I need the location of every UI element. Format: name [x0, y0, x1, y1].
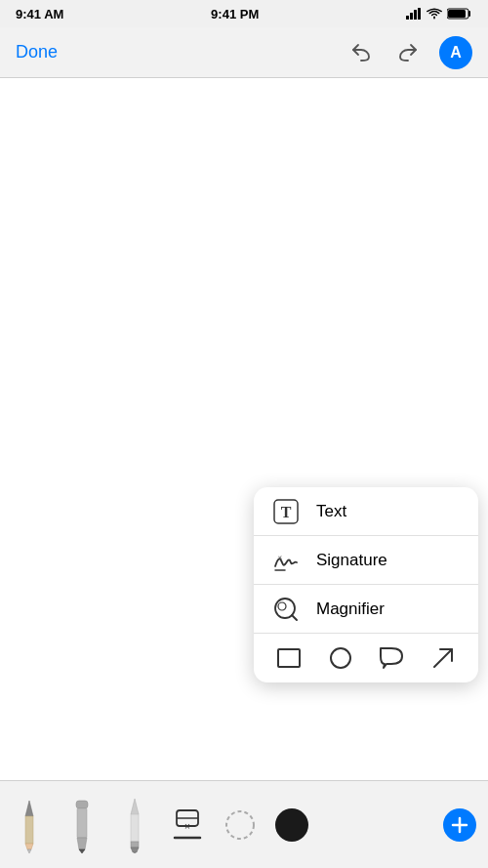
svg-rect-18	[76, 801, 88, 808]
svg-rect-11	[278, 649, 300, 667]
svg-marker-20	[77, 838, 87, 849]
speech-bubble-shape-button[interactable]	[377, 643, 406, 673]
wifi-icon	[427, 8, 442, 20]
svg-rect-2	[414, 10, 417, 20]
popup-item-signature[interactable]: × Signature	[254, 536, 478, 585]
status-time-left: 9:41 AM	[16, 7, 63, 21]
text-label: Text	[316, 502, 346, 521]
color-picker[interactable]	[275, 808, 308, 842]
magnifier-icon	[271, 595, 301, 624]
status-indicators	[406, 8, 472, 20]
done-button[interactable]: Done	[16, 38, 58, 66]
canvas-area[interactable]: T Text × Signature	[0, 78, 488, 780]
svg-line-13	[434, 649, 452, 667]
svg-rect-23	[131, 814, 139, 842]
arrow-shape-button[interactable]	[428, 643, 458, 673]
lasso-tool[interactable]	[223, 796, 258, 854]
svg-marker-14	[25, 801, 33, 818]
svg-point-12	[331, 648, 350, 668]
signal-icon	[406, 8, 422, 20]
svg-rect-0	[406, 16, 409, 20]
add-button[interactable]	[443, 808, 476, 842]
status-bar: 9:41 AM 9:41 PM	[0, 0, 488, 27]
popup-item-magnifier[interactable]: Magnifier	[254, 585, 478, 634]
battery-icon	[447, 8, 472, 20]
svg-marker-22	[131, 799, 139, 816]
redo-button[interactable]	[392, 37, 424, 68]
pen-tool[interactable]	[117, 796, 152, 854]
svg-rect-19	[77, 808, 87, 838]
bottom-toolbar: ×	[0, 780, 488, 868]
svg-point-31	[226, 811, 254, 839]
svg-rect-5	[448, 10, 466, 18]
svg-marker-25	[131, 847, 139, 852]
svg-marker-16	[25, 844, 33, 849]
signature-icon: ×	[271, 546, 301, 575]
circle-shape-button[interactable]	[326, 643, 355, 673]
popup-item-text[interactable]: T Text	[254, 487, 478, 536]
svg-text:×: ×	[277, 552, 284, 562]
toolbar-right-actions: A	[346, 36, 472, 69]
popup-menu: T Text × Signature	[254, 487, 478, 682]
svg-text:T: T	[281, 504, 292, 520]
svg-marker-21	[79, 849, 85, 853]
text-icon: T	[271, 497, 301, 526]
svg-marker-17	[27, 849, 31, 853]
svg-rect-24	[131, 842, 139, 847]
signature-label: Signature	[316, 551, 387, 570]
avatar[interactable]: A	[439, 36, 472, 69]
top-toolbar: Done A	[0, 27, 488, 78]
marker-tool[interactable]	[64, 796, 100, 854]
magnifier-label: Magnifier	[316, 599, 385, 619]
popup-shapes-row	[254, 634, 478, 682]
rectangle-shape-button[interactable]	[274, 643, 304, 673]
eraser-tool[interactable]: ×	[170, 796, 205, 854]
svg-text:×: ×	[184, 821, 190, 832]
svg-rect-3	[418, 8, 421, 20]
status-time-center: 9:41 PM	[211, 7, 259, 21]
tool-items: ×	[12, 796, 308, 854]
svg-rect-1	[410, 13, 413, 20]
svg-point-10	[278, 602, 286, 610]
svg-rect-15	[25, 816, 33, 844]
pencil-tool[interactable]	[12, 796, 47, 854]
undo-button[interactable]	[346, 37, 377, 68]
